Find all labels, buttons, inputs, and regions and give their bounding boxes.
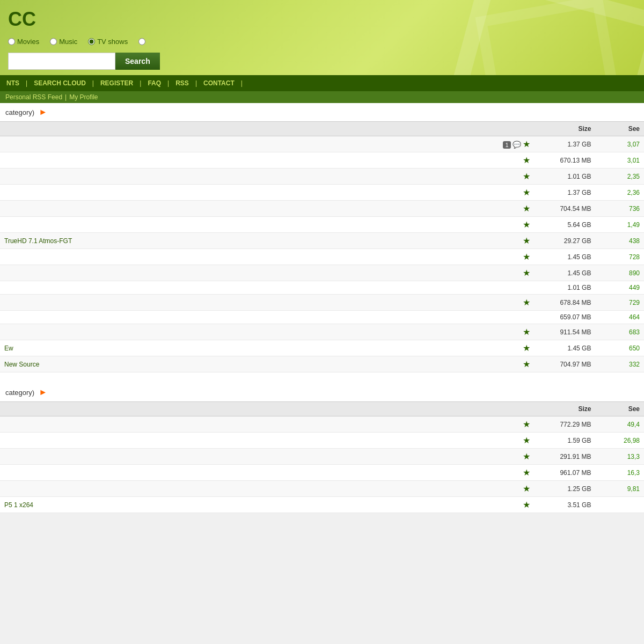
- table-row[interactable]: ★678.84 MB729: [0, 295, 644, 311]
- torrent-name[interactable]: [0, 152, 486, 169]
- torrent-name[interactable]: TrueHD 7.1 Atmos-FGT: [0, 233, 486, 249]
- bookmark-icon[interactable]: ★: [523, 187, 530, 197]
- bookmark-icon[interactable]: ★: [523, 327, 530, 337]
- torrent-name[interactable]: [0, 311, 486, 324]
- table-row[interactable]: ★1.37 GB2,36: [0, 185, 644, 201]
- radio-extra[interactable]: [138, 38, 145, 45]
- tab-movies[interactable]: Movies: [8, 38, 39, 46]
- radio-movies[interactable]: [8, 38, 15, 45]
- table-row[interactable]: 1 💬 ★1.37 GB3,07: [0, 136, 644, 152]
- table-row[interactable]: TrueHD 7.1 Atmos-FGT★29.27 GB438: [0, 233, 644, 249]
- torrent-name[interactable]: [0, 295, 486, 311]
- bookmark-icon[interactable]: ★: [523, 343, 530, 353]
- torrent-name[interactable]: [0, 217, 486, 233]
- torrent-icons: ★: [486, 433, 535, 449]
- tab-tvshows[interactable]: TV shows: [88, 38, 128, 46]
- tab-music[interactable]: Music: [50, 38, 77, 46]
- torrent-size: 3.51 GB: [535, 497, 595, 513]
- bookmark-icon[interactable]: ★: [523, 451, 530, 462]
- table-row[interactable]: 659.07 MB464: [0, 311, 644, 324]
- bookmark-icon[interactable]: ★: [523, 419, 530, 429]
- search-input[interactable]: [8, 53, 115, 70]
- bookmark-icon[interactable]: ★: [523, 219, 530, 230]
- torrent-seeds: 13,3: [595, 449, 644, 465]
- table-row[interactable]: Ew★1.45 GB650: [0, 340, 644, 356]
- table-row[interactable]: ★772.29 MB49,4: [0, 416, 644, 433]
- torrent-name[interactable]: [0, 201, 486, 217]
- tab-movies-label: Movies: [17, 38, 39, 46]
- search-button[interactable]: Search: [115, 53, 160, 70]
- torrent-name[interactable]: P5 1 x264: [0, 497, 486, 513]
- tab-extra[interactable]: [138, 38, 145, 45]
- torrent-name[interactable]: [0, 449, 486, 465]
- nav-faq[interactable]: FAQ: [141, 75, 167, 91]
- table-row[interactable]: ★5.64 GB1,49: [0, 217, 644, 233]
- torrent-seeds: 2,35: [595, 169, 644, 185]
- bookmark-icon[interactable]: ★: [523, 467, 530, 478]
- torrent-name[interactable]: [0, 416, 486, 433]
- torrent-seeds: 3,01: [595, 152, 644, 169]
- torrent-name[interactable]: [0, 265, 486, 281]
- torrent-icons: ★: [486, 217, 535, 233]
- bookmark-icon[interactable]: ★: [523, 236, 530, 246]
- nav-search-cloud[interactable]: SEARCH CLOUD: [27, 75, 92, 91]
- table-row[interactable]: ★1.25 GB9,81: [0, 481, 644, 497]
- table-row[interactable]: 1.01 GB449: [0, 281, 644, 295]
- torrent-name[interactable]: [0, 465, 486, 481]
- radio-music[interactable]: [50, 38, 57, 45]
- torrent-size: 704.54 MB: [535, 201, 595, 217]
- table-row[interactable]: ★961.07 MB16,3: [0, 465, 644, 481]
- table-row[interactable]: P5 1 x264★3.51 GB: [0, 497, 644, 513]
- nav-nts[interactable]: NTS: [0, 75, 26, 91]
- table-row[interactable]: ★704.54 MB736: [0, 201, 644, 217]
- subnav-my-profile[interactable]: My Profile: [69, 93, 98, 101]
- torrent-size: 670.13 MB: [535, 152, 595, 169]
- torrent-name[interactable]: [0, 169, 486, 185]
- bookmark-icon[interactable]: ★: [523, 171, 530, 181]
- bookmark-icon[interactable]: ★: [523, 203, 530, 214]
- section2-title-text: category): [5, 389, 34, 397]
- table-row[interactable]: ★670.13 MB3,01: [0, 152, 644, 169]
- torrent-name[interactable]: [0, 324, 486, 340]
- torrent-name[interactable]: Ew: [0, 340, 486, 356]
- section1-title: category) ►: [0, 103, 644, 121]
- bookmark-icon[interactable]: ★: [523, 500, 530, 510]
- table-row[interactable]: ★1.59 GB26,98: [0, 433, 644, 449]
- torrent-name[interactable]: [0, 481, 486, 497]
- bookmark-icon[interactable]: ★: [523, 484, 530, 494]
- torrent-icons: ★: [486, 233, 535, 249]
- table-row[interactable]: ★291.91 MB13,3: [0, 449, 644, 465]
- nav-contact[interactable]: CONTACT: [197, 75, 241, 91]
- bookmark-icon[interactable]: ★: [523, 297, 530, 308]
- torrent-name[interactable]: New Source: [0, 356, 486, 372]
- table-row[interactable]: ★1.45 GB890: [0, 265, 644, 281]
- bookmark-icon[interactable]: ★: [523, 139, 530, 149]
- bookmark-icon[interactable]: ★: [523, 155, 530, 165]
- comment-icon: 💬: [513, 141, 521, 149]
- torrent-seeds: 728: [595, 249, 644, 265]
- bookmark-icon[interactable]: ★: [523, 359, 530, 369]
- torrent-seeds: 890: [595, 265, 644, 281]
- torrent-size: 1.45 GB: [535, 340, 595, 356]
- table-row[interactable]: ★1.45 GB728: [0, 249, 644, 265]
- bookmark-icon[interactable]: ★: [523, 252, 530, 262]
- torrent-name[interactable]: [0, 281, 486, 295]
- nav-register[interactable]: REGISTER: [94, 75, 140, 91]
- table-row[interactable]: ★911.54 MB683: [0, 324, 644, 340]
- radio-tvshows[interactable]: [88, 38, 95, 45]
- table-row[interactable]: ★1.01 GB2,35: [0, 169, 644, 185]
- table-row[interactable]: New Source★704.97 MB332: [0, 356, 644, 372]
- table2-header: Size See: [0, 402, 644, 416]
- torrent-name[interactable]: [0, 136, 486, 152]
- torrent-name[interactable]: [0, 185, 486, 201]
- nav-rss[interactable]: RSS: [169, 75, 195, 91]
- torrent-icons: ★: [486, 481, 535, 497]
- torrent-size: 704.97 MB: [535, 356, 595, 372]
- col-seed-header: See: [595, 122, 644, 136]
- subnav-rss-feed[interactable]: Personal RSS Feed: [5, 93, 62, 101]
- torrent-name[interactable]: [0, 249, 486, 265]
- torrent-icons: ★: [486, 152, 535, 169]
- bookmark-icon[interactable]: ★: [523, 435, 530, 445]
- bookmark-icon[interactable]: ★: [523, 268, 530, 278]
- torrent-name[interactable]: [0, 433, 486, 449]
